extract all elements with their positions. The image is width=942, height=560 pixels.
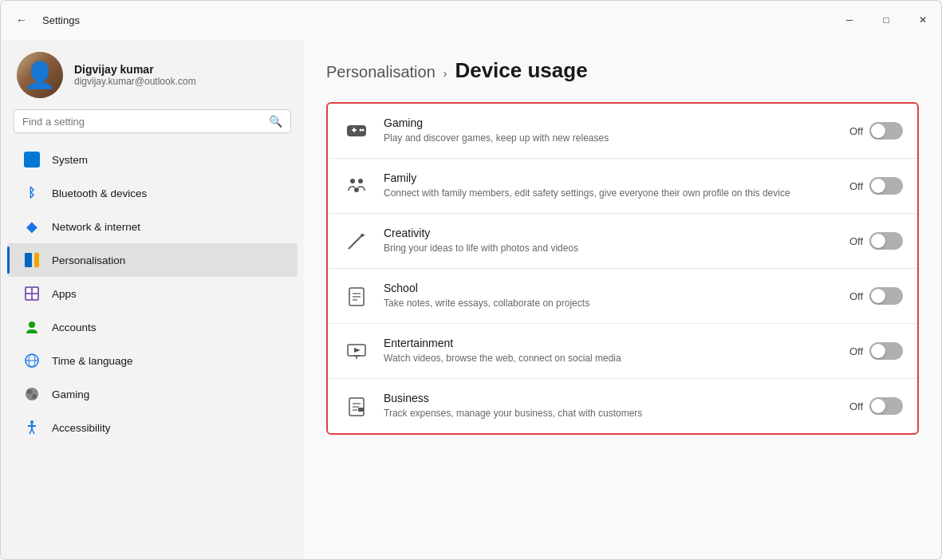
profile-section: Digvijay kumar digvijay.kumar@outlook.co… (1, 39, 304, 109)
entertainment-setting-icon (342, 337, 371, 365)
business-description: Track expenses, manage your business, ch… (384, 407, 837, 420)
avatar (17, 52, 63, 98)
page-title: Device usage (455, 58, 587, 83)
business-text: BusinessTrack expenses, manage your busi… (384, 392, 837, 420)
sidebar-item-bluetooth[interactable]: ᛒBluetooth & devices (7, 176, 298, 210)
entertainment-title: Entertainment (384, 337, 837, 349)
entertainment-description: Watch videos, browse the web, connect on… (384, 352, 837, 365)
sidebar-item-time[interactable]: Time & language (7, 344, 298, 377)
svg-line-13 (32, 429, 34, 434)
sidebar-label-gaming: Gaming (52, 388, 89, 400)
sidebar-label-bluetooth: Bluetooth & devices (52, 187, 147, 199)
svg-point-9 (30, 420, 34, 424)
close-button[interactable]: ✕ (905, 7, 941, 33)
avatar-image (17, 52, 63, 98)
sidebar-label-system: System (52, 154, 88, 166)
svg-point-20 (358, 179, 363, 183)
gaming-text: GamingPlay and discover games, keep up w… (384, 116, 837, 145)
accessibility-nav-icon (23, 419, 41, 436)
creativity-title: Creativity (384, 227, 837, 239)
school-setting-icon (342, 282, 371, 310)
sidebar-label-network: Network & internet (52, 221, 140, 233)
svg-rect-16 (353, 128, 355, 132)
entertainment-toggle-label: Off (849, 345, 863, 357)
sidebar: Digvijay kumar digvijay.kumar@outlook.co… (1, 39, 304, 559)
breadcrumb-chevron: › (443, 67, 447, 80)
sidebar-item-accounts[interactable]: Accounts (7, 310, 298, 344)
gaming-toggle-track (869, 122, 903, 140)
sidebar-item-system[interactable]: System (7, 143, 298, 176)
svg-point-19 (350, 179, 355, 183)
family-toggle-label: Off (849, 180, 863, 192)
sidebar-label-accessibility: Accessibility (52, 422, 111, 434)
svg-point-8 (32, 394, 37, 399)
back-icon: ← (16, 14, 27, 26)
svg-point-18 (362, 129, 365, 132)
minimize-icon: ─ (846, 14, 853, 26)
school-text: SchoolTake notes, write essays, collabor… (384, 282, 837, 310)
sidebar-label-personalisation: Personalisation (52, 254, 125, 266)
sidebar-item-apps[interactable]: Apps (7, 277, 298, 310)
minimize-button[interactable]: ─ (831, 7, 868, 33)
creativity-setting-icon (342, 227, 371, 255)
setting-item-family: FamilyConnect with family members, edit … (328, 159, 917, 214)
school-toggle[interactable] (869, 287, 903, 305)
search-box: 🔍 (14, 109, 291, 133)
entertainment-text: EntertainmentWatch videos, browse the we… (384, 337, 837, 365)
main-layout: Digvijay kumar digvijay.kumar@outlook.co… (1, 39, 941, 559)
creativity-toggle-track (869, 232, 903, 250)
svg-point-6 (26, 388, 38, 400)
profile-name: Digvijay kumar (74, 63, 196, 76)
svg-line-24 (349, 247, 350, 249)
business-toggle[interactable] (869, 397, 903, 415)
family-toggle[interactable] (869, 177, 903, 195)
sidebar-item-network[interactable]: ◆Network & internet (7, 210, 298, 243)
back-button[interactable]: ← (10, 9, 33, 31)
svg-rect-1 (34, 253, 39, 267)
creativity-text: CreativityBring your ideas to life with … (384, 227, 837, 255)
family-text: FamilyConnect with family members, edit … (384, 172, 837, 200)
business-title: Business (384, 392, 837, 404)
setting-item-entertainment: EntertainmentWatch videos, browse the we… (328, 324, 917, 379)
maximize-button[interactable]: □ (868, 7, 905, 33)
setting-item-school: SchoolTake notes, write essays, collabor… (328, 269, 917, 324)
time-nav-icon (23, 352, 41, 369)
search-input[interactable] (22, 116, 262, 128)
sidebar-item-accessibility[interactable]: Accessibility (7, 411, 298, 444)
entertainment-toggle-container: Off (849, 342, 903, 360)
business-toggle-container: Off (849, 397, 903, 415)
gaming-description: Play and discover games, keep up with ne… (384, 132, 837, 145)
network-nav-icon: ◆ (23, 218, 41, 235)
close-icon: ✕ (919, 14, 927, 26)
setting-item-business: BusinessTrack expenses, manage your busi… (328, 379, 917, 433)
gaming-title: Gaming (384, 116, 837, 129)
entertainment-toggle[interactable] (869, 342, 903, 360)
search-container: 🔍 (1, 109, 304, 143)
profile-info: Digvijay kumar digvijay.kumar@outlook.co… (74, 63, 196, 87)
profile-email: digvijay.kumar@outlook.com (74, 76, 196, 87)
school-description: Take notes, write essays, collaborate on… (384, 297, 837, 310)
gaming-toggle[interactable] (869, 122, 903, 140)
settings-window: ← Settings ─ □ ✕ Digvijay k (0, 0, 942, 560)
school-toggle-track (869, 287, 903, 305)
business-toggle-track (869, 397, 903, 415)
sidebar-item-personalisation[interactable]: Personalisation (7, 243, 298, 277)
setting-item-creativity: CreativityBring your ideas to life with … (328, 214, 917, 269)
family-toggle-container: Off (849, 177, 903, 195)
svg-point-25 (361, 234, 364, 237)
entertainment-toggle-track (869, 342, 903, 360)
system-nav-icon (23, 151, 41, 168)
creativity-description: Bring your ideas to life with photos and… (384, 242, 837, 255)
sidebar-label-time: Time & language (52, 355, 133, 367)
search-icon: 🔍 (269, 115, 282, 128)
sidebar-item-gaming[interactable]: Gaming (7, 377, 298, 411)
gaming-toggle-container: Off (849, 122, 903, 140)
title-bar-left: ← Settings (10, 9, 80, 31)
gaming-toggle-label: Off (849, 125, 863, 137)
creativity-toggle-container: Off (849, 232, 903, 250)
svg-rect-38 (358, 408, 364, 412)
svg-point-21 (354, 187, 359, 192)
gaming-nav-icon (23, 385, 41, 403)
bluetooth-nav-icon: ᛒ (23, 184, 41, 202)
creativity-toggle[interactable] (869, 232, 903, 250)
